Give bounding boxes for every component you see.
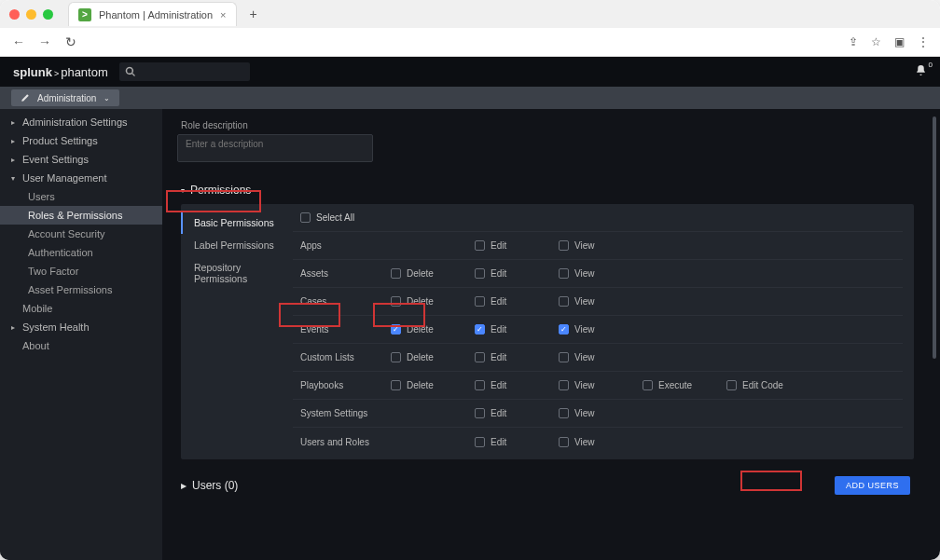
col-label: View xyxy=(574,380,595,390)
checkbox-playbooks-delete[interactable] xyxy=(391,380,401,390)
sidebar-item-label: Account Security xyxy=(28,228,105,239)
notifications-button[interactable]: 0 xyxy=(915,64,927,79)
sidebar-item-mobile[interactable]: Mobile xyxy=(0,299,162,318)
tab-label-permissions[interactable]: Label Permissions xyxy=(181,234,293,256)
checkbox-assets-view[interactable] xyxy=(559,268,569,279)
checkbox-assets-edit[interactable] xyxy=(475,268,485,279)
sidebar-item-about[interactable]: About xyxy=(0,336,162,355)
sidebar-item-label: Roles & Permissions xyxy=(28,210,122,221)
sidebar-item-label: Asset Permissions xyxy=(28,284,112,295)
share-icon[interactable]: ⇪ xyxy=(849,35,858,48)
col-label: View xyxy=(574,268,595,279)
reload-icon[interactable]: ↻ xyxy=(63,34,78,49)
sidebar-item-authentication[interactable]: Authentication xyxy=(0,243,162,262)
back-icon[interactable]: ← xyxy=(11,34,26,49)
perm-row-cases: Cases Delete Edit View xyxy=(293,288,903,316)
browser-chrome: > Phantom | Administration × + ← → ↻ ⇪ ☆… xyxy=(0,0,940,57)
section-title: Permissions xyxy=(190,184,251,197)
checkbox-playbooks-editcode[interactable] xyxy=(726,380,737,390)
checkbox-cases-delete[interactable] xyxy=(391,296,401,307)
col-label: Edit xyxy=(491,324,506,335)
chevron-right-icon: ▸ xyxy=(9,156,17,164)
bell-badge: 0 xyxy=(929,61,933,69)
checkbox-customlists-delete[interactable] xyxy=(391,352,401,362)
checkbox-usersroles-edit[interactable] xyxy=(475,437,485,447)
scrollbar[interactable] xyxy=(933,116,936,553)
sidebar-item-account-security[interactable]: Account Security xyxy=(0,225,162,243)
checkbox-playbooks-view[interactable] xyxy=(559,380,569,390)
sidebar-item-admin-settings[interactable]: ▸Administration Settings xyxy=(0,113,162,131)
add-users-button[interactable]: ADD USERS xyxy=(835,476,910,495)
chevron-right-icon: ▸ xyxy=(9,118,17,127)
row-label: Users and Roles xyxy=(293,437,391,447)
favicon-icon: > xyxy=(78,8,91,21)
extensions-icon[interactable]: ▣ xyxy=(894,35,905,48)
role-description-label: Role description xyxy=(181,120,914,130)
tab-basic-permissions[interactable]: Basic Permissions xyxy=(181,212,293,234)
chevron-right-icon: ▸ xyxy=(181,479,187,492)
permissions-panel: Basic Permissions Label Permissions Repo… xyxy=(181,204,914,459)
checkbox-playbooks-execute[interactable] xyxy=(643,380,653,390)
minimize-window-icon[interactable] xyxy=(26,9,36,20)
sidebar-item-label: Mobile xyxy=(22,303,52,314)
maximize-window-icon[interactable] xyxy=(43,9,53,20)
section-title: Users (0) xyxy=(192,479,238,492)
sidebar-item-two-factor[interactable]: Two Factor xyxy=(0,262,162,280)
select-all-label: Select All xyxy=(316,212,354,223)
sidebar-item-product-settings[interactable]: ▸Product Settings xyxy=(0,131,162,150)
sidebar-item-label: Two Factor xyxy=(28,266,78,277)
chevron-right-icon: ▸ xyxy=(9,323,17,332)
perm-row-system-settings: System Settings Edit View xyxy=(293,400,903,428)
checkbox-usersroles-view[interactable] xyxy=(559,437,569,447)
col-label: Delete xyxy=(407,268,434,279)
sidebar-item-label: Event Settings xyxy=(22,154,89,165)
checkbox-syssettings-view[interactable] xyxy=(559,408,569,418)
checkbox-cases-view[interactable] xyxy=(559,296,569,307)
sidebar-item-roles-permissions[interactable]: Roles & Permissions xyxy=(0,206,162,225)
users-section-header[interactable]: ▸ Users (0) xyxy=(181,479,238,492)
sidebar-item-label: User Management xyxy=(22,172,107,184)
checkbox-events-edit[interactable] xyxy=(475,324,485,335)
col-label: Edit xyxy=(491,352,506,362)
bookmark-icon[interactable]: ☆ xyxy=(871,35,881,48)
checkbox-events-delete[interactable] xyxy=(391,324,401,335)
permissions-tabs: Basic Permissions Label Permissions Repo… xyxy=(181,204,293,459)
tab-repository-permissions[interactable]: Repository Permissions xyxy=(181,256,293,290)
checkbox-apps-view[interactable] xyxy=(559,240,569,251)
sidebar-item-system-health[interactable]: ▸System Health xyxy=(0,318,162,336)
perm-row-apps: Apps Edit View xyxy=(293,232,903,260)
app-logo[interactable]: splunk>phantom xyxy=(13,65,108,79)
checkbox-customlists-view[interactable] xyxy=(559,352,569,362)
breadcrumb-administration[interactable]: Administration ⌄ xyxy=(11,89,119,106)
forward-icon[interactable]: → xyxy=(37,34,52,49)
scrollbar-thumb[interactable] xyxy=(933,116,936,359)
menu-icon[interactable]: ⋮ xyxy=(918,35,929,48)
checkbox-customlists-edit[interactable] xyxy=(475,352,485,362)
permissions-grid: Select All Apps Edit View Assets xyxy=(293,204,914,459)
checkbox-events-view[interactable] xyxy=(559,324,569,335)
close-tab-icon[interactable]: × xyxy=(220,9,226,20)
checkbox-select-all[interactable] xyxy=(300,212,311,223)
global-search[interactable] xyxy=(119,62,250,81)
checkbox-cases-edit[interactable] xyxy=(475,296,485,307)
checkbox-syssettings-edit[interactable] xyxy=(475,408,485,418)
sidebar-item-asset-permissions[interactable]: Asset Permissions xyxy=(0,280,162,299)
close-window-icon[interactable] xyxy=(9,9,20,20)
col-label: View xyxy=(574,240,595,251)
sidebar-item-user-management[interactable]: ▾User Management xyxy=(0,169,162,187)
col-label: Delete xyxy=(407,352,434,362)
col-label: View xyxy=(574,408,595,418)
permissions-section-header[interactable]: ▾ Permissions xyxy=(181,184,914,197)
checkbox-playbooks-edit[interactable] xyxy=(475,380,485,390)
sidebar-item-event-settings[interactable]: ▸Event Settings xyxy=(0,150,162,169)
checkbox-apps-edit[interactable] xyxy=(475,240,485,251)
checkbox-assets-delete[interactable] xyxy=(391,268,401,279)
new-tab-button[interactable]: + xyxy=(242,7,265,21)
col-label: Edit xyxy=(491,437,506,447)
sidebar-item-users[interactable]: Users xyxy=(0,187,162,206)
browser-tab[interactable]: > Phantom | Administration × xyxy=(68,2,237,26)
row-label: Cases xyxy=(293,296,391,307)
col-label: Delete xyxy=(407,324,434,335)
window-controls[interactable] xyxy=(9,9,53,20)
role-description-input[interactable] xyxy=(177,134,373,162)
